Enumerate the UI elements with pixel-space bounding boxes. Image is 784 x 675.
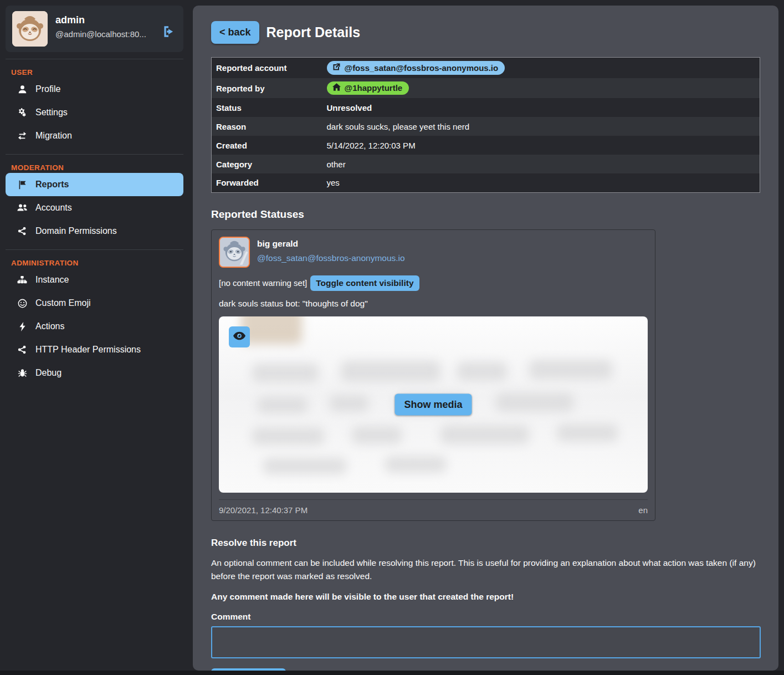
users-icon (17, 203, 28, 212)
divider (6, 249, 183, 250)
status-language: en (638, 505, 648, 515)
status-content: dark souls status bot: "thoughts of dog" (219, 299, 648, 309)
status-header: big gerald @foss_satan@fossbros-anonymou… (219, 237, 648, 268)
back-button[interactable]: < back (211, 21, 259, 44)
table-row: Created 5/14/2022, 12:20:03 PM (212, 136, 760, 155)
sidebar-item-label: Profile (35, 84, 60, 94)
row-label: Reported by (212, 78, 322, 98)
reported-by-link[interactable]: @1happyturtle (327, 81, 409, 95)
comment-label: Comment (211, 612, 760, 622)
sidebar-section-title: ADMINISTRATION (6, 254, 183, 268)
eye-icon (233, 331, 245, 342)
sidebar-item-label: Migration (35, 131, 72, 141)
user-card[interactable]: admin @admin@localhost:80... (6, 6, 183, 52)
toggle-content-visibility-button[interactable]: Toggle content visibility (310, 275, 419, 291)
sidebar: admin @admin@localhost:80... USER Profil… (6, 6, 183, 385)
table-row: Reason dark souls sucks, please yeet thi… (212, 117, 760, 136)
bolt-icon (17, 322, 28, 331)
sidebar-item-domain-permissions[interactable]: Domain Permissions (6, 219, 183, 243)
content-warning-text: [no content warning set] (219, 278, 307, 288)
sidebar-section-moderation: MODERATION Reports Accounts Domain Permi… (6, 159, 183, 243)
reported-account-link[interactable]: @foss_satan@fossbros-anonymous.io (327, 61, 505, 75)
sidebar-section-title: USER (6, 64, 183, 78)
sloth-avatar-icon (12, 11, 48, 47)
status-footer: 9/20/2021, 12:40:37 PM en (219, 499, 648, 515)
home-icon (332, 83, 341, 93)
smiley-icon (17, 299, 28, 308)
sidebar-item-label: Actions (35, 321, 64, 331)
resolve-warning: Any comment made here will be visible to… (211, 592, 760, 602)
gears-icon (17, 108, 28, 117)
hide-media-eye-button[interactable] (229, 326, 250, 347)
sidebar-item-actions[interactable]: Actions (6, 315, 183, 338)
reported-status-card: big gerald @foss_satan@fossbros-anonymou… (211, 229, 655, 521)
reported-account-handle: @foss_satan@fossbros-anonymous.io (345, 63, 499, 73)
sloth-avatar-icon (220, 238, 249, 267)
table-row: Reported account @foss_satan@fossbros-an… (212, 58, 760, 79)
sidebar-section-user: USER Profile Settings Migration (6, 64, 183, 147)
show-media-button[interactable]: Show media (394, 393, 472, 415)
content-warning-row: [no content warning set] Toggle content … (219, 275, 648, 291)
report-details-panel: < back Report Details Reported account @… (193, 6, 778, 671)
comment-input[interactable] (211, 626, 761, 658)
divider (6, 59, 183, 59)
sidebar-section-title: MODERATION (6, 159, 183, 173)
resolve-description: An optional comment can be included whil… (211, 556, 760, 583)
sidebar-item-label: Accounts (35, 203, 72, 213)
share-nodes-icon (17, 227, 28, 236)
external-link-icon (332, 63, 341, 73)
sign-out-button[interactable] (161, 24, 176, 39)
sidebar-item-reports[interactable]: Reports (6, 173, 183, 196)
status-username-link[interactable]: @foss_satan@fossbros-anonymous.io (257, 253, 405, 263)
page-title: Report Details (267, 24, 360, 40)
sidebar-item-http-header-permissions[interactable]: HTTP Header Permissions (6, 338, 183, 361)
sidebar-item-label: Instance (35, 275, 69, 285)
sidebar-item-label: HTTP Header Permissions (35, 345, 141, 355)
sidebar-item-label: Debug (35, 368, 62, 378)
sidebar-item-label: Domain Permissions (35, 226, 117, 236)
table-row: Forwarded yes (212, 173, 760, 192)
row-label: Reported account (212, 58, 322, 79)
forwarded-value: yes (322, 173, 760, 192)
sidebar-item-label: Settings (35, 108, 68, 117)
avatar (219, 237, 250, 268)
avatar (12, 11, 48, 47)
status-names: big gerald @foss_satan@fossbros-anonymou… (257, 237, 405, 263)
row-label: Forwarded (212, 173, 322, 192)
user-meta: admin @admin@localhost:80... (55, 11, 146, 39)
user-name: admin (55, 14, 146, 26)
row-label: Status (212, 98, 322, 117)
sidebar-item-accounts[interactable]: Accounts (6, 196, 183, 219)
created-value: 5/14/2022, 12:20:03 PM (322, 136, 760, 155)
status-display-name: big gerald (257, 239, 405, 249)
panel-header: < back Report Details (211, 21, 760, 44)
category-value: other (322, 155, 760, 173)
status-timestamp: 9/20/2021, 12:40:37 PM (219, 505, 308, 515)
user-handle: @admin@localhost:80... (55, 29, 146, 39)
divider (6, 154, 183, 155)
flag-icon (17, 180, 28, 190)
bug-icon (17, 369, 28, 378)
transfer-arrows-icon (17, 131, 28, 140)
row-label: Created (212, 136, 322, 155)
table-row: Status Unresolved (212, 98, 760, 117)
row-label: Reason (212, 117, 322, 136)
status-media-attachment: Show media (219, 316, 648, 493)
sidebar-item-debug[interactable]: Debug (6, 361, 183, 385)
reported-by-handle: @1happyturtle (345, 83, 403, 93)
resolve-heading: Resolve this report (211, 538, 760, 549)
sidebar-item-migration[interactable]: Migration (6, 124, 183, 147)
sidebar-item-settings[interactable]: Settings (6, 101, 183, 124)
sidebar-item-profile[interactable]: Profile (6, 78, 183, 101)
share-nodes-icon (17, 345, 28, 354)
report-info-table: Reported account @foss_satan@fossbros-an… (211, 57, 760, 193)
sidebar-item-instance[interactable]: Instance (6, 268, 183, 292)
table-row: Category other (212, 155, 760, 173)
sidebar-item-label: Custom Emoji (35, 298, 91, 308)
page-footer-strip (0, 671, 784, 675)
sitemap-icon (17, 275, 28, 284)
reported-statuses-heading: Reported Statuses (211, 208, 760, 221)
table-row: Reported by @1happyturtle (212, 78, 760, 98)
sidebar-item-custom-emoji[interactable]: Custom Emoji (6, 292, 183, 315)
status-value: Unresolved (322, 98, 760, 117)
